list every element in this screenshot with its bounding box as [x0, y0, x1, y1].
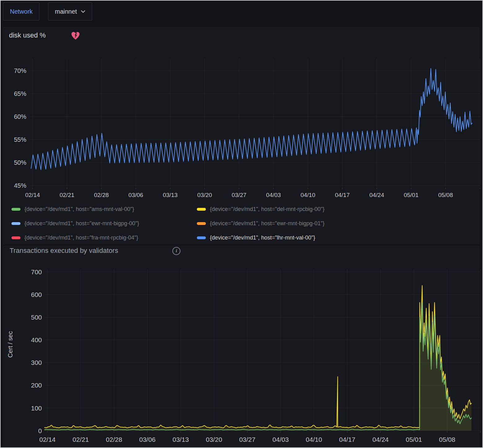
legend-label: {device="/dev/md1", host="ewr-mnt-bigpg-… [24, 220, 139, 227]
network-variable-label-text: Network [10, 8, 33, 15]
alert-heart-break-icon [71, 32, 80, 40]
network-variable-select[interactable]: mainnet [48, 2, 92, 20]
network-variable-label: Network [3, 2, 39, 20]
legend-item[interactable]: {device="/dev/md1", host="ewr-mnt-bigpg-… [11, 216, 197, 231]
legend-swatch [197, 222, 206, 225]
legend-item[interactable]: {device="/dev/md1", host="ams-mnt-val-00… [11, 202, 197, 216]
info-icon-glyph: i [176, 249, 177, 253]
legend-label: {device="/dev/md1", host="del-mnt-rpcbig… [210, 206, 325, 213]
legend-swatch [11, 222, 20, 225]
transactions-plot-area[interactable] [45, 270, 481, 432]
legend-swatch [11, 208, 20, 211]
disk-used-legend: {device="/dev/md1", host="ams-mnt-val-00… [11, 202, 325, 245]
legend-swatch [11, 236, 20, 239]
chevron-down-icon [81, 10, 85, 13]
grafana-dashboard: Network mainnet disk used % {device="/de… [0, 0, 483, 448]
legend-item[interactable]: {device="/dev/md1", host="lhr-mnt-val-00… [197, 231, 325, 245]
legend-item[interactable]: {device="/dev/md1", host="ewr-mnt-bigpg-… [197, 216, 325, 231]
legend-item[interactable]: {device="/dev/md1", host="fra-mnt-rpcbig… [11, 231, 197, 245]
legend-label: {device="/dev/md1", host="lhr-mnt-val-00… [210, 235, 315, 241]
legend-swatch [197, 208, 206, 211]
panel-disk-used: disk used % {device="/dev/md1", host="am… [3, 27, 479, 244]
legend-item[interactable]: {device="/dev/md1", host="del-mnt-rpcbig… [197, 202, 325, 216]
legend-label: {device="/dev/md1", host="fra-mnt-rpcbig… [24, 235, 138, 241]
legend-label: {device="/dev/md1", host="ams-mnt-val-00… [24, 206, 134, 213]
network-variable-value: mainnet [55, 8, 77, 15]
legend-swatch [197, 236, 206, 239]
panel-title-disk-used[interactable]: disk used % [9, 31, 46, 39]
panel-transactions: Transactions executed by validators i [3, 246, 479, 448]
disk-used-plot-area[interactable] [30, 59, 480, 188]
info-icon[interactable]: i [172, 247, 180, 255]
legend-label: {device="/dev/md1", host="ewr-mnt-bigpg-… [210, 220, 325, 227]
panel-title-transactions[interactable]: Transactions executed by validators [10, 247, 118, 255]
